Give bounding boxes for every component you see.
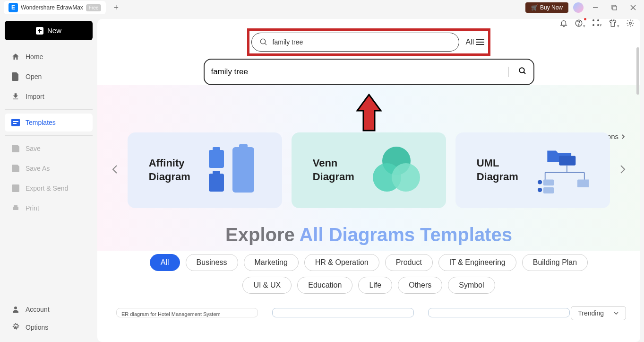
template-carousel: Affinity Diagram Venn Diagram <box>97 132 640 208</box>
category-pill-education[interactable]: Education <box>297 277 352 294</box>
buy-now-label: Buy Now <box>540 4 563 11</box>
category-pill-it[interactable]: IT & Engineering <box>438 254 516 271</box>
svg-rect-11 <box>12 184 19 192</box>
all-filter[interactable]: All <box>466 38 485 46</box>
category-pill-hr[interactable]: HR & Operation <box>304 254 379 271</box>
trending-dropdown[interactable]: Trending <box>571 306 626 320</box>
svg-rect-30 <box>209 150 224 168</box>
plus-icon <box>36 27 43 35</box>
import-icon <box>11 92 20 101</box>
svg-rect-48 <box>577 179 589 187</box>
category-pill-product[interactable]: Product <box>385 254 433 271</box>
sidebar-item-label: Options <box>26 324 48 331</box>
sidebar-item-label: Templates <box>26 119 56 126</box>
avatar[interactable] <box>573 2 584 13</box>
svg-line-24 <box>265 43 266 45</box>
settings-icon[interactable] <box>626 19 635 29</box>
sidebar-item-options[interactable]: Options <box>5 318 93 336</box>
svg-point-18 <box>592 19 594 21</box>
titlebar: E Wondershare EdrawMax Free + 🛒 Buy Now <box>0 0 644 15</box>
minimize-button[interactable] <box>588 0 602 15</box>
category-pill-uiux[interactable]: UI & UX <box>242 277 292 294</box>
top-toolbar: ▾ ▾ ▾ <box>559 19 635 29</box>
new-tab-button[interactable]: + <box>110 3 122 13</box>
svg-rect-34 <box>209 174 224 192</box>
sidebar-divider <box>5 135 93 136</box>
templates-row: ER diagram for Hotel Management System <box>97 308 640 317</box>
chevron-down-icon <box>613 311 619 315</box>
venn-graphic-icon <box>368 144 425 196</box>
sidebar-item-label: Open <box>26 73 42 80</box>
close-button[interactable] <box>626 0 640 15</box>
cart-icon: 🛒 <box>531 4 538 11</box>
sidebar-item-import[interactable]: Import <box>5 88 93 105</box>
carousel-card-affinity[interactable]: Affinity Diagram <box>128 132 282 208</box>
svg-point-46 <box>538 188 542 192</box>
sidebar-item-label: Account <box>26 306 50 313</box>
svg-point-20 <box>592 24 594 26</box>
new-button[interactable]: New <box>5 21 93 40</box>
carousel-card-uml[interactable]: UML Diagram <box>455 132 610 208</box>
carousel-card-venn[interactable]: Venn Diagram <box>292 132 446 208</box>
buy-now-button[interactable]: 🛒 Buy Now <box>525 2 568 13</box>
svg-point-22 <box>629 22 632 25</box>
category-pill-marketing[interactable]: Marketing <box>244 254 299 271</box>
sidebar-item-open[interactable]: Open <box>5 68 93 86</box>
search-input[interactable] <box>273 38 451 46</box>
svg-rect-10 <box>13 123 17 124</box>
sidebar-item-label: Import <box>26 93 44 100</box>
new-label: New <box>47 26 61 35</box>
app-tab[interactable]: E Wondershare EdrawMax Free <box>4 1 106 14</box>
scrollbar[interactable] <box>636 47 639 95</box>
svg-rect-31 <box>213 147 220 151</box>
big-search-input[interactable] <box>211 61 508 82</box>
titlebar-left: E Wondershare EdrawMax Free + <box>4 1 122 14</box>
svg-line-29 <box>524 72 525 74</box>
svg-rect-33 <box>239 144 248 148</box>
category-pill-life[interactable]: Life <box>358 277 392 294</box>
sidebar-item-saveas: Save As <box>5 159 93 177</box>
all-filter-label: All <box>466 38 474 46</box>
svg-rect-32 <box>232 147 254 193</box>
sidebar-item-export: Export & Send <box>5 179 93 197</box>
maximize-button[interactable] <box>607 0 621 15</box>
category-pill-business[interactable]: Business <box>186 254 238 271</box>
svg-rect-2 <box>613 6 617 10</box>
trending-label: Trending <box>578 309 604 317</box>
search-pill[interactable] <box>251 33 459 52</box>
search-icon <box>259 38 268 46</box>
card-title: Affinity Diagram <box>149 157 190 184</box>
help-icon[interactable]: ▾ <box>575 19 585 29</box>
category-pill-symbol[interactable]: Symbol <box>448 277 495 294</box>
template-card[interactable] <box>272 308 414 317</box>
carousel-prev[interactable] <box>112 165 118 176</box>
svg-rect-9 <box>13 121 18 122</box>
apps-icon[interactable]: ▾ <box>592 19 602 29</box>
search-submit-icon[interactable] <box>508 67 527 77</box>
search-highlight-box: All <box>247 28 491 56</box>
bell-icon[interactable] <box>559 19 568 29</box>
svg-rect-47 <box>543 187 554 193</box>
category-pill-all[interactable]: All <box>150 254 180 271</box>
category-pill-others[interactable]: Others <box>398 277 442 294</box>
main: ▾ ▾ ▾ All <box>97 15 644 342</box>
template-card[interactable]: ER diagram for Hotel Management System <box>116 308 258 317</box>
affinity-graphic-icon <box>204 144 261 196</box>
export-icon <box>11 184 20 193</box>
template-card[interactable] <box>428 308 570 317</box>
svg-rect-39 <box>559 156 575 166</box>
app-logo-icon: E <box>9 3 18 12</box>
svg-point-19 <box>597 19 599 21</box>
carousel-next[interactable] <box>619 165 626 176</box>
sidebar-item-print: Print <box>5 199 93 217</box>
print-icon <box>11 204 20 212</box>
big-search-box[interactable] <box>204 59 534 85</box>
menu-icon <box>476 39 484 45</box>
account-icon <box>11 305 20 314</box>
sidebar-item-home[interactable]: Home <box>5 48 93 66</box>
shirt-icon[interactable]: ▾ <box>609 19 619 29</box>
gear-icon <box>11 323 20 332</box>
sidebar-item-templates[interactable]: Templates <box>5 114 93 132</box>
category-pill-building[interactable]: Building Plan <box>522 254 588 271</box>
sidebar-item-account[interactable]: Account <box>5 300 93 318</box>
